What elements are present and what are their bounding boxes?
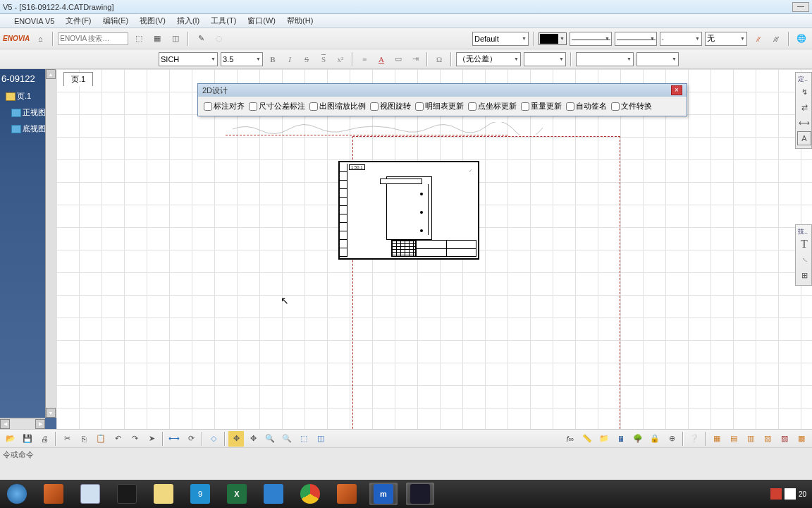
- align-left-icon[interactable]: ≡: [357, 52, 371, 66]
- task-vscode[interactable]: [259, 483, 288, 505]
- chk-auto-sign[interactable]: 自动签名: [566, 101, 607, 111]
- tree-icon[interactable]: 🌳: [630, 431, 646, 447]
- task-matlab[interactable]: [39, 483, 68, 505]
- dimension-icon[interactable]: ⟷: [797, 116, 811, 130]
- overline-button[interactable]: S: [316, 52, 331, 66]
- layer-select[interactable]: 无: [705, 32, 747, 46]
- text-color-icon[interactable]: A: [374, 52, 388, 66]
- task-maxthon[interactable]: m: [369, 483, 398, 505]
- folder2-icon[interactable]: 📁: [596, 431, 612, 447]
- move-icon[interactable]: ✥: [245, 431, 261, 447]
- menu-enovia[interactable]: ENOVIA V5: [14, 17, 54, 25]
- menu-tools[interactable]: 工具(T): [211, 16, 236, 26]
- globe-icon[interactable]: 🌐: [794, 31, 809, 47]
- task-excel[interactable]: X: [223, 483, 251, 505]
- fit-icon[interactable]: ⟷: [166, 431, 182, 447]
- drawing-canvas[interactable]: 页.1 2D设计 × 标注对齐 尺寸公差标注 出图缩放比例 视图旋转 明细表更新…: [56, 69, 812, 429]
- menu-help[interactable]: 帮助(H): [287, 16, 313, 26]
- task-matlab2[interactable]: [333, 483, 361, 505]
- sheet-tab[interactable]: 页.1: [63, 72, 93, 86]
- minimize-button[interactable]: —: [792, 2, 809, 12]
- chk-view-rotate[interactable]: 视图旋转: [370, 101, 411, 111]
- lock-icon[interactable]: 🔒: [647, 431, 663, 447]
- grid5-icon[interactable]: ▨: [777, 431, 792, 447]
- grid4-icon[interactable]: ▧: [760, 431, 775, 447]
- text-T-icon[interactable]: T: [797, 237, 811, 251]
- empty-select-1[interactable]: [524, 52, 566, 66]
- font-size-select[interactable]: 3.5: [221, 52, 263, 66]
- copy-icon[interactable]: ⎘: [76, 431, 92, 447]
- line-type-select[interactable]: —————: [615, 32, 657, 46]
- select-icon[interactable]: ➤: [144, 431, 159, 447]
- task-cmd[interactable]: [113, 483, 141, 505]
- toolbar-icon-1[interactable]: ⬚: [131, 31, 147, 47]
- chk-output-scale[interactable]: 出图缩放比例: [309, 101, 366, 111]
- zoom-in-icon[interactable]: 🔍: [262, 431, 278, 447]
- hatch1-icon[interactable]: ⫽: [750, 31, 765, 47]
- color-swatch[interactable]: [539, 32, 567, 45]
- menu-view[interactable]: 视图(V): [140, 16, 166, 26]
- chk-align-dim[interactable]: 标注对齐: [204, 101, 245, 111]
- symbol-icon[interactable]: Ω: [432, 52, 446, 66]
- refresh-icon[interactable]: ⟳: [183, 431, 199, 447]
- brush-icon[interactable]: ✎: [193, 31, 209, 47]
- tray-icon-1[interactable]: [770, 488, 782, 500]
- axis-icon[interactable]: ↯: [797, 85, 811, 99]
- chk-file-convert[interactable]: 文件转换: [611, 101, 652, 111]
- zoom-out-icon[interactable]: 🔍: [279, 431, 295, 447]
- calc-icon[interactable]: 🖩: [613, 431, 629, 447]
- strike-button[interactable]: S: [300, 52, 314, 66]
- menu-edit[interactable]: 编辑(E): [103, 16, 129, 26]
- grid6-icon[interactable]: ▩: [794, 431, 809, 447]
- text-A-icon[interactable]: A: [797, 131, 811, 145]
- toolbar-icon-3[interactable]: ◫: [168, 31, 183, 47]
- pan-icon[interactable]: ✥: [228, 431, 244, 447]
- spray-icon[interactable]: ◌: [211, 31, 227, 47]
- print-icon[interactable]: 🖨: [37, 431, 52, 447]
- tree-scrollbar-horizontal[interactable]: ◀ ▶: [0, 418, 45, 429]
- menu-file[interactable]: 文件(F): [66, 16, 91, 26]
- fx-icon[interactable]: f∞: [562, 431, 578, 447]
- ruler-icon[interactable]: 📏: [579, 431, 595, 447]
- table-icon[interactable]: ⊞: [797, 268, 811, 282]
- grid1-icon[interactable]: ▦: [709, 431, 725, 447]
- open-icon[interactable]: 📂: [3, 431, 18, 447]
- empty-select-3[interactable]: [636, 52, 679, 66]
- chk-bom-update[interactable]: 明细表更新: [415, 101, 464, 111]
- zoom-all-icon[interactable]: ◫: [313, 431, 328, 447]
- tray-icon-2[interactable]: [785, 488, 796, 500]
- redo-icon[interactable]: ↷: [127, 431, 142, 447]
- plane-icon[interactable]: ◇: [206, 431, 221, 447]
- menu-insert[interactable]: 插入(I): [177, 16, 199, 26]
- indent-icon[interactable]: ⇥: [408, 52, 422, 66]
- tolerance-select[interactable]: （无公差）: [456, 52, 521, 66]
- point-style-select[interactable]: ·: [660, 32, 702, 46]
- task-catia[interactable]: [406, 483, 434, 505]
- chk-tolerance[interactable]: 尺寸公差标注: [249, 101, 305, 111]
- undo-icon[interactable]: ↶: [110, 431, 125, 447]
- stamp-icon[interactable]: ⊕: [664, 431, 679, 447]
- task-explorer[interactable]: [149, 483, 178, 505]
- empty-select-2[interactable]: [576, 52, 634, 66]
- style-select[interactable]: Default: [472, 32, 529, 46]
- cut-icon[interactable]: ✂: [59, 431, 75, 447]
- start-button[interactable]: [3, 483, 31, 505]
- home-icon[interactable]: ⌂: [32, 31, 48, 47]
- superscript-button[interactable]: x²: [333, 52, 347, 66]
- font-select[interactable]: SICH: [159, 52, 218, 66]
- dialog-close-button[interactable]: ×: [671, 85, 682, 95]
- grid3-icon[interactable]: ▥: [743, 431, 758, 447]
- help-icon[interactable]: ❔: [687, 431, 702, 447]
- enovia-search-input[interactable]: [58, 32, 128, 45]
- toolbar-icon-2[interactable]: ▦: [149, 31, 165, 47]
- chk-coord-update[interactable]: 点坐标更新: [468, 101, 517, 111]
- hatch2-icon[interactable]: ⫻: [768, 31, 784, 47]
- weld-icon[interactable]: ⟍: [797, 253, 811, 267]
- grid2-icon[interactable]: ▤: [726, 431, 742, 447]
- bold-button[interactable]: B: [266, 52, 280, 66]
- system-tray[interactable]: 20: [770, 488, 809, 500]
- tree-scrollbar-vertical[interactable]: ▲ ▼: [45, 69, 56, 418]
- dialog-title-bar[interactable]: 2D设计 ×: [198, 84, 687, 97]
- task-app-blue[interactable]: 9: [186, 483, 214, 505]
- chk-weight-update[interactable]: 重量更新: [521, 101, 562, 111]
